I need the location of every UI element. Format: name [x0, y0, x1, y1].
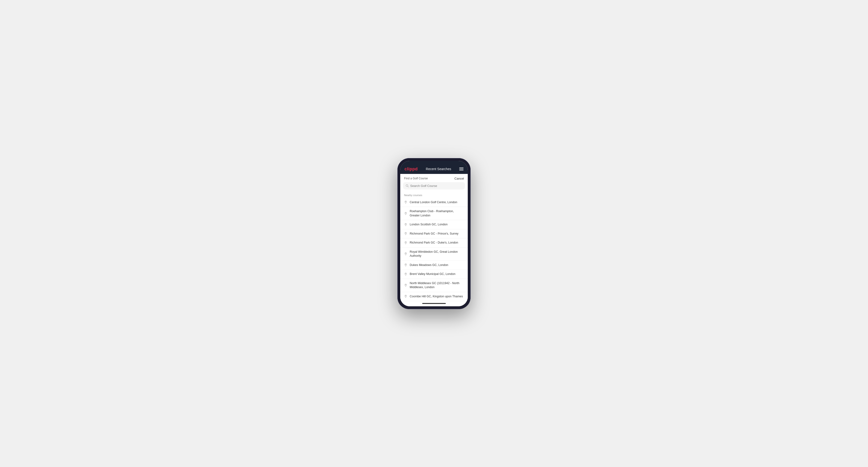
- list-item[interactable]: Central London Golf Centre, London: [400, 198, 468, 207]
- svg-point-10: [405, 284, 406, 285]
- course-name: London Scottish GC, London: [410, 222, 448, 227]
- course-name: Richmond Park GC - Prince's, Surrey: [410, 232, 459, 236]
- list-item[interactable]: North Middlesex GC (1011942 - North Midd…: [400, 279, 468, 292]
- cancel-button[interactable]: Cancel: [455, 177, 464, 180]
- svg-point-6: [405, 242, 406, 243]
- course-name: Dukes Meadows GC, London: [410, 263, 448, 268]
- nearby-label: Nearby courses: [400, 192, 468, 198]
- app-logo: clippd: [404, 166, 418, 172]
- list-item[interactable]: Dukes Meadows GC, London: [400, 261, 468, 270]
- phone-screen: clippd Recent Searches Find a Golf Cours…: [400, 161, 468, 306]
- home-bar: [422, 303, 446, 304]
- svg-point-3: [405, 213, 406, 213]
- pin-icon: [404, 223, 407, 226]
- find-label: Find a Golf Course: [404, 177, 428, 180]
- course-list: Central London Golf Centre, London Roeha…: [400, 198, 468, 301]
- pin-icon: [404, 241, 407, 245]
- nav-title: Recent Searches: [426, 167, 451, 171]
- content-area: Find a Golf Course Cancel Nearby courses: [400, 174, 468, 306]
- home-indicator: [400, 302, 468, 306]
- nav-bar: clippd Recent Searches: [400, 164, 468, 174]
- pin-icon: [404, 273, 407, 276]
- svg-point-4: [405, 224, 406, 224]
- svg-point-7: [405, 253, 406, 254]
- pin-icon: [404, 200, 407, 204]
- search-box: [403, 182, 465, 189]
- search-input[interactable]: [410, 184, 463, 188]
- list-item[interactable]: Richmond Park GC - Duke's, London: [400, 238, 468, 248]
- course-name: North Middlesex GC (1011942 - North Midd…: [410, 281, 464, 289]
- list-item[interactable]: Coombe Hill GC, Kingston upon Thames: [400, 292, 468, 301]
- search-icon: [405, 184, 409, 187]
- svg-point-11: [405, 295, 406, 296]
- pin-icon: [404, 263, 407, 267]
- svg-point-8: [405, 264, 406, 265]
- list-item[interactable]: Brent Valley Municipal GC, London: [400, 270, 468, 279]
- course-name: Royal Wimbledon GC, Great London Authori…: [410, 250, 464, 258]
- menu-icon[interactable]: [459, 167, 464, 170]
- find-header: Find a Golf Course Cancel: [400, 174, 468, 182]
- course-name: Coombe Hill GC, Kingston upon Thames: [410, 294, 463, 299]
- svg-point-5: [405, 233, 406, 234]
- svg-point-2: [405, 201, 406, 202]
- status-bar: [400, 161, 468, 164]
- list-item[interactable]: Roehampton Club - Roehampton, Greater Lo…: [400, 207, 468, 220]
- course-name: Roehampton Club - Roehampton, Greater Lo…: [410, 209, 464, 218]
- svg-point-0: [406, 185, 408, 186]
- course-name: Richmond Park GC - Duke's, London: [410, 241, 458, 245]
- list-item[interactable]: Royal Wimbledon GC, Great London Authori…: [400, 248, 468, 261]
- nearby-section: Nearby courses Central London Golf Centr…: [400, 192, 468, 302]
- pin-icon: [404, 284, 407, 287]
- course-name: Central London Golf Centre, London: [410, 200, 457, 205]
- pin-icon: [404, 212, 407, 215]
- pin-icon: [404, 252, 407, 255]
- pin-icon: [404, 295, 407, 298]
- search-container: [400, 182, 468, 192]
- list-item[interactable]: Richmond Park GC - Prince's, Surrey: [400, 229, 468, 239]
- phone-device: clippd Recent Searches Find a Golf Cours…: [397, 158, 471, 309]
- course-name: Brent Valley Municipal GC, London: [410, 272, 456, 276]
- svg-line-1: [408, 186, 408, 187]
- svg-point-9: [405, 273, 406, 274]
- list-item[interactable]: London Scottish GC, London: [400, 220, 468, 229]
- pin-icon: [404, 232, 407, 235]
